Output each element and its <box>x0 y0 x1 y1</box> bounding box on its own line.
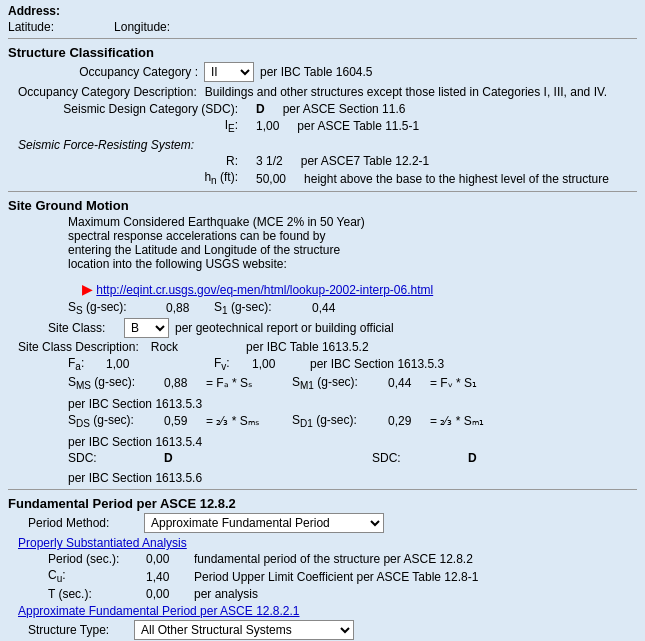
sm1-eq: = Fᵥ * S₁ <box>430 376 510 390</box>
period-method-label: Period Method: <box>28 516 138 530</box>
sfrs-label: Seismic Force-Resisting System: <box>18 138 194 152</box>
usgs-link[interactable]: http://eqint.cr.usgs.gov/eq-men/html/loo… <box>96 283 433 297</box>
sdc-ref: per ASCE Section 11.6 <box>283 102 406 116</box>
fa-ref: per IBC Section 1613.5.3 <box>310 357 444 371</box>
approx-header-link[interactable]: Approximate Fundamental Period per ASCE … <box>18 604 300 618</box>
hn-ref: height above the base to the highest lev… <box>304 172 609 186</box>
r-ref: per ASCE7 Table 12.2-1 <box>301 154 430 168</box>
s1-value: 0,44 <box>312 301 335 315</box>
sdc-value: D <box>256 102 265 116</box>
sdc1-value: D <box>164 451 200 465</box>
sm1-ref: per IBC Section 1613.5.3 <box>68 397 202 411</box>
cu-ref: Period Upper Limit Coefficient per ASCE … <box>194 570 478 584</box>
occupancy-category-label: Occupancy Category : <box>38 65 198 79</box>
t-label: T (sec.): <box>48 587 138 601</box>
ie-ref: per ASCE Table 11.5-1 <box>297 119 419 133</box>
cu-value: 1,40 <box>146 570 186 584</box>
r-label: R: <box>38 154 238 168</box>
cu-label: Cu: <box>48 568 138 584</box>
sms-value: 0,88 <box>164 376 200 390</box>
t-ref: per analysis <box>194 587 258 601</box>
sdc2-ref: per IBC Section 1613.5.6 <box>68 471 202 485</box>
mce-description: Maximum Considered Earthquake (MCE 2% in… <box>68 215 368 271</box>
hn-label: hn (ft): <box>38 170 238 186</box>
fa-label: Fa: <box>68 356 98 372</box>
sd1-label: SD1 (g-sec): <box>292 413 382 429</box>
site-class-ref: per geotechnical report or building offi… <box>175 321 394 335</box>
occupancy-category-ref: per IBC Table 1604.5 <box>260 65 373 79</box>
longitude-label: Longitude: <box>114 20 170 34</box>
period-sec-value: 0,00 <box>146 552 186 566</box>
sds-label: SDS (g-sec): <box>68 413 158 429</box>
sm1-label: SM1 (g-sec): <box>292 375 382 391</box>
address-label: Address: <box>8 4 60 18</box>
sm1-value: 0,44 <box>388 376 424 390</box>
site-class-label: Site Class: <box>48 321 118 335</box>
occupancy-desc-label: Occupancy Category Description: <box>18 85 197 99</box>
ss-value: 0,88 <box>166 301 206 315</box>
fv-value: 1,00 <box>252 357 292 371</box>
sd1-ref: per IBC Section 1613.5.4 <box>68 435 202 449</box>
sdc1-label: SDC: <box>68 451 158 465</box>
site-class-desc-value: Rock <box>151 340 178 354</box>
sms-eq: = Fₐ * Sₛ <box>206 376 286 390</box>
sdc2-value: D <box>468 451 504 465</box>
ss-label: SS (g-sec): <box>68 300 158 316</box>
sds-value: 0,59 <box>164 414 200 428</box>
properly-substantiated-link[interactable]: Properly Substantiated Analysis <box>18 536 187 550</box>
sd1-eq: = ₂⁄₃ * Sₘ₁ <box>430 414 510 428</box>
period-method-select[interactable]: Approximate Fundamental Period Properly … <box>144 513 384 533</box>
red-arrow-icon: ▶ <box>82 281 93 297</box>
sds-eq: = ₂⁄₃ * Sₘₛ <box>206 414 286 428</box>
site-class-select[interactable]: B A C D E F <box>124 318 169 338</box>
period-sec-ref: fundamental period of the structure per … <box>194 552 473 566</box>
structure-type-select[interactable]: All Other Structural Systems Moment Resi… <box>134 620 354 640</box>
ie-value: 1,00 <box>256 119 279 133</box>
sms-label: SMS (g-sec): <box>68 375 158 391</box>
occupancy-category-select[interactable]: II I III IV <box>204 62 254 82</box>
sd1-value: 0,29 <box>388 414 424 428</box>
site-class-desc-label: Site Class Description: <box>18 340 139 354</box>
period-sec-label: Period (sec.): <box>48 552 138 566</box>
fa-value: 1,00 <box>106 357 146 371</box>
latitude-label: Latitude: <box>8 20 54 34</box>
fv-label: Fv: <box>214 356 244 372</box>
r-value: 3 1/2 <box>256 154 283 168</box>
s1-label: S1 (g-sec): <box>214 300 304 316</box>
occupancy-desc-value: Buildings and other structures except th… <box>205 85 607 99</box>
site-class-desc-ref: per IBC Table 1613.5.2 <box>246 340 369 354</box>
t-value: 0,00 <box>146 587 186 601</box>
sdc-label: Seismic Design Category (SDC): <box>38 102 238 116</box>
ie-label: IE: <box>38 118 238 134</box>
structure-type-label: Structure Type: <box>28 623 128 637</box>
fundamental-period-header: Fundamental Period per ASCE 12.8.2 <box>8 496 637 511</box>
hn-value: 50,00 <box>256 172 286 186</box>
site-ground-motion-header: Site Ground Motion <box>8 198 637 213</box>
structure-classification-header: Structure Classification <box>8 45 637 60</box>
sdc2-label: SDC: <box>372 451 462 465</box>
